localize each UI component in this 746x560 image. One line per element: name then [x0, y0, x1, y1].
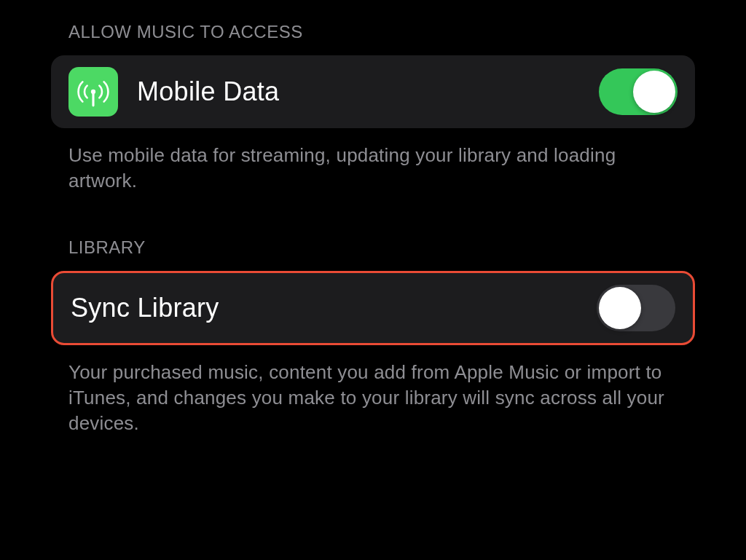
section-access: ALLOW MUSIC TO ACCESS Mobile Data Use mo…: [51, 22, 695, 194]
mobile-data-toggle[interactable]: [599, 68, 678, 115]
sync-library-description: Your purchased music, content you add fr…: [68, 360, 678, 436]
mobile-data-label: Mobile Data: [137, 76, 599, 107]
mobile-data-row[interactable]: Mobile Data: [51, 55, 695, 128]
sync-library-row[interactable]: Sync Library: [51, 271, 695, 345]
section-header-library: LIBRARY: [68, 237, 695, 258]
section-header-access: ALLOW MUSIC TO ACCESS: [68, 22, 695, 42]
sync-library-toggle[interactable]: [597, 285, 675, 331]
section-library: LIBRARY Sync Library Your purchased musi…: [51, 237, 695, 436]
antenna-icon: [68, 67, 118, 117]
sync-library-label: Sync Library: [71, 293, 597, 323]
mobile-data-description: Use mobile data for streaming, updating …: [68, 143, 678, 194]
